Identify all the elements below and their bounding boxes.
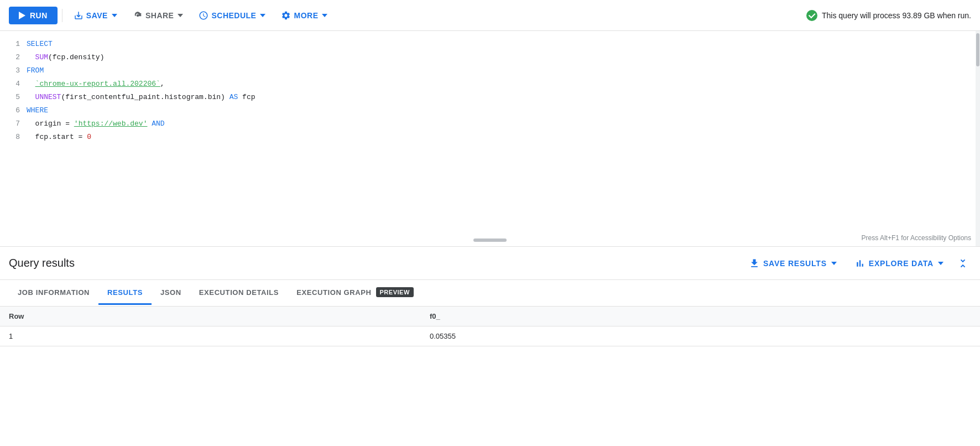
code-line-4: `chrome-ux-report.all.202206`, bbox=[27, 77, 980, 91]
more-button[interactable]: MORE bbox=[274, 6, 334, 25]
line-numbers: 1 2 3 4 5 6 7 8 bbox=[0, 31, 27, 246]
results-table-container: Row f0_ 1 0.05355 bbox=[0, 307, 980, 346]
code-line-2: SUM(fcp.density) bbox=[27, 51, 980, 64]
save-icon bbox=[74, 11, 84, 20]
tab-json[interactable]: JSON bbox=[152, 282, 190, 305]
run-button[interactable]: RUN bbox=[9, 7, 58, 24]
results-actions: SAVE RESULTS EXPLORE DATA bbox=[742, 253, 971, 273]
code-editor[interactable]: SELECT SUM(fcp.density) FROM `chrome-ux-… bbox=[27, 31, 980, 246]
save-chevron-icon bbox=[112, 14, 117, 17]
results-title: Query results bbox=[9, 257, 75, 269]
results-header: Query results SAVE RESULTS EXPLORE DATA bbox=[0, 247, 980, 280]
svg-point-0 bbox=[137, 14, 138, 16]
preview-badge: PREVIEW bbox=[376, 287, 414, 297]
explore-data-icon bbox=[854, 258, 866, 269]
code-line-7: origin = 'https://web.dev' AND bbox=[27, 117, 980, 131]
save-results-button[interactable]: SAVE RESULTS bbox=[742, 253, 843, 273]
schedule-chevron-icon bbox=[260, 14, 265, 17]
separator bbox=[62, 9, 62, 22]
cell-f0-1: 0.05355 bbox=[421, 326, 980, 346]
share-icon bbox=[133, 11, 143, 20]
code-line-5: UNNEST(first_contentful_paint.histogram.… bbox=[27, 91, 980, 104]
code-line-1: SELECT bbox=[27, 38, 980, 51]
save-button[interactable]: SAVE bbox=[67, 6, 124, 25]
share-button[interactable]: SHARE bbox=[126, 6, 190, 25]
code-line-3: FROM bbox=[27, 64, 980, 77]
tab-results[interactable]: RESULTS bbox=[98, 282, 152, 305]
play-icon bbox=[19, 12, 25, 19]
tab-execution-graph[interactable]: EXECUTION GRAPH PREVIEW bbox=[288, 281, 423, 305]
save-results-chevron-icon bbox=[831, 262, 837, 265]
editor-area[interactable]: 1 2 3 4 5 6 7 8 SELECT SUM(fcp.density) … bbox=[0, 31, 980, 247]
col-row: Row bbox=[0, 307, 421, 326]
tab-execution-details[interactable]: EXECUTION DETAILS bbox=[190, 282, 288, 305]
gear-icon bbox=[281, 11, 291, 20]
schedule-icon bbox=[199, 11, 208, 20]
vertical-scrollbar[interactable] bbox=[976, 31, 980, 246]
col-f0: f0_ bbox=[421, 307, 980, 326]
horizontal-scrollbar-hint bbox=[473, 238, 507, 242]
expand-icon bbox=[957, 257, 969, 269]
download-icon bbox=[749, 258, 760, 269]
code-line-6: WHERE bbox=[27, 104, 980, 117]
more-chevron-icon bbox=[322, 14, 327, 17]
check-icon bbox=[806, 10, 817, 21]
query-info: This query will process 93.89 GB when ru… bbox=[806, 10, 971, 21]
table-row: 1 0.05355 bbox=[0, 326, 980, 346]
cell-row-1: 1 bbox=[0, 326, 421, 346]
accessibility-hint: Press Alt+F1 for Accessibility Options bbox=[862, 234, 971, 242]
expand-button[interactable] bbox=[955, 255, 971, 272]
explore-data-chevron-icon bbox=[938, 262, 943, 265]
results-table: Row f0_ 1 0.05355 bbox=[0, 307, 980, 346]
explore-data-button[interactable]: EXPLORE DATA bbox=[848, 253, 950, 273]
table-header-row: Row f0_ bbox=[0, 307, 980, 326]
tab-job-information[interactable]: JOB INFORMATION bbox=[9, 282, 98, 305]
schedule-button[interactable]: SCHEDULE bbox=[192, 6, 272, 25]
toolbar: RUN SAVE SHARE SCHEDULE MORE This bbox=[0, 0, 980, 31]
share-chevron-icon bbox=[178, 14, 183, 17]
code-line-8: fcp.start = 0 bbox=[27, 131, 980, 144]
tabs-bar: JOB INFORMATION RESULTS JSON EXECUTION D… bbox=[0, 280, 980, 307]
scrollbar-thumb bbox=[976, 33, 979, 66]
